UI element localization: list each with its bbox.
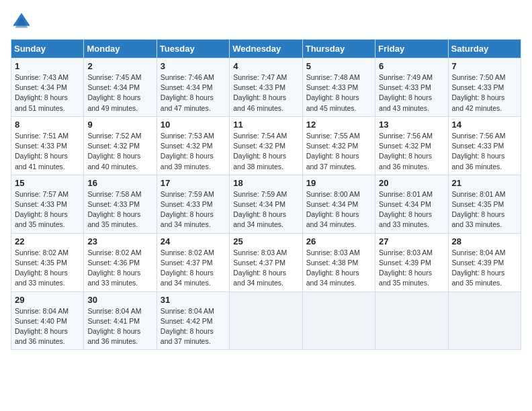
calendar-week-row: 29Sunrise: 8:04 AMSunset: 4:40 PMDayligh… <box>11 291 521 350</box>
calendar-cell: 8Sunrise: 7:51 AMSunset: 4:33 PMDaylight… <box>11 116 84 175</box>
day-info: Sunrise: 8:04 AMSunset: 4:42 PMDaylight:… <box>161 306 226 347</box>
calendar-cell: 10Sunrise: 7:53 AMSunset: 4:32 PMDayligh… <box>157 116 229 175</box>
day-number: 27 <box>379 236 444 246</box>
calendar-cell: 9Sunrise: 7:52 AMSunset: 4:32 PMDaylight… <box>84 116 157 175</box>
day-info: Sunrise: 7:49 AMSunset: 4:33 PMDaylight:… <box>379 73 444 113</box>
day-info: Sunrise: 8:02 AMSunset: 4:36 PMDaylight:… <box>87 248 152 289</box>
calendar-cell: 20Sunrise: 8:01 AMSunset: 4:34 PMDayligh… <box>375 175 448 233</box>
day-number: 20 <box>379 178 444 188</box>
calendar-cell: 4Sunrise: 7:47 AMSunset: 4:33 PMDaylight… <box>230 58 302 117</box>
calendar-cell <box>230 291 302 350</box>
logo-icon <box>11 11 32 32</box>
day-number: 23 <box>87 236 152 246</box>
day-number: 4 <box>233 61 298 71</box>
calendar-cell: 14Sunrise: 7:56 AMSunset: 4:33 PMDayligh… <box>448 116 521 175</box>
day-info: Sunrise: 8:03 AMSunset: 4:39 PMDaylight:… <box>379 248 444 289</box>
day-info: Sunrise: 7:43 AMSunset: 4:34 PMDaylight:… <box>15 73 80 113</box>
weekday-header-thursday: Thursday <box>302 40 375 58</box>
calendar-cell: 2Sunrise: 7:45 AMSunset: 4:34 PMDaylight… <box>84 58 157 117</box>
logo <box>11 11 35 32</box>
calendar-cell: 12Sunrise: 7:55 AMSunset: 4:32 PMDayligh… <box>302 116 375 175</box>
day-info: Sunrise: 8:03 AMSunset: 4:37 PMDaylight:… <box>233 248 298 289</box>
weekday-header-sunday: Sunday <box>11 40 84 58</box>
day-info: Sunrise: 8:01 AMSunset: 4:35 PMDaylight:… <box>452 189 517 230</box>
day-info: Sunrise: 8:00 AMSunset: 4:34 PMDaylight:… <box>306 189 371 230</box>
day-info: Sunrise: 7:52 AMSunset: 4:32 PMDaylight:… <box>87 131 152 172</box>
day-info: Sunrise: 7:59 AMSunset: 4:33 PMDaylight:… <box>161 189 226 230</box>
weekday-header-row: SundayMondayTuesdayWednesdayThursdayFrid… <box>11 40 521 58</box>
day-info: Sunrise: 7:47 AMSunset: 4:33 PMDaylight:… <box>233 73 298 113</box>
calendar-table: SundayMondayTuesdayWednesdayThursdayFrid… <box>11 39 521 350</box>
calendar-week-row: 22Sunrise: 8:02 AMSunset: 4:35 PMDayligh… <box>11 233 521 291</box>
weekday-header-wednesday: Wednesday <box>230 40 302 58</box>
day-number: 17 <box>161 178 226 188</box>
calendar-header: SundayMondayTuesdayWednesdayThursdayFrid… <box>11 40 521 58</box>
calendar-cell: 30Sunrise: 8:04 AMSunset: 4:41 PMDayligh… <box>84 291 157 350</box>
calendar-cell: 5Sunrise: 7:48 AMSunset: 4:33 PMDaylight… <box>302 58 375 117</box>
calendar-cell: 1Sunrise: 7:43 AMSunset: 4:34 PMDaylight… <box>11 58 84 117</box>
day-number: 26 <box>306 236 371 246</box>
day-info: Sunrise: 7:56 AMSunset: 4:32 PMDaylight:… <box>379 131 444 172</box>
calendar-week-row: 8Sunrise: 7:51 AMSunset: 4:33 PMDaylight… <box>11 116 521 175</box>
calendar-cell: 6Sunrise: 7:49 AMSunset: 4:33 PMDaylight… <box>375 58 448 117</box>
day-number: 12 <box>306 120 371 130</box>
day-number: 19 <box>306 178 371 188</box>
day-info: Sunrise: 8:02 AMSunset: 4:37 PMDaylight:… <box>161 248 226 289</box>
day-number: 9 <box>87 120 152 130</box>
day-info: Sunrise: 8:04 AMSunset: 4:40 PMDaylight:… <box>15 306 80 347</box>
calendar-cell: 19Sunrise: 8:00 AMSunset: 4:34 PMDayligh… <box>302 175 375 233</box>
calendar-cell: 23Sunrise: 8:02 AMSunset: 4:36 PMDayligh… <box>84 233 157 291</box>
day-info: Sunrise: 7:51 AMSunset: 4:33 PMDaylight:… <box>15 131 80 172</box>
calendar-cell <box>448 291 521 350</box>
calendar-cell: 26Sunrise: 8:03 AMSunset: 4:38 PMDayligh… <box>302 233 375 291</box>
weekday-header-friday: Friday <box>375 40 448 58</box>
day-number: 10 <box>161 120 226 130</box>
day-number: 1 <box>15 61 80 71</box>
day-number: 16 <box>87 178 152 188</box>
calendar-cell: 3Sunrise: 7:46 AMSunset: 4:34 PMDaylight… <box>157 58 229 117</box>
day-number: 22 <box>15 236 80 246</box>
weekday-header-tuesday: Tuesday <box>157 40 229 58</box>
calendar-cell: 21Sunrise: 8:01 AMSunset: 4:35 PMDayligh… <box>448 175 521 233</box>
calendar-week-row: 15Sunrise: 7:57 AMSunset: 4:33 PMDayligh… <box>11 175 521 233</box>
day-info: Sunrise: 7:57 AMSunset: 4:33 PMDaylight:… <box>15 189 80 230</box>
calendar-cell: 15Sunrise: 7:57 AMSunset: 4:33 PMDayligh… <box>11 175 84 233</box>
day-info: Sunrise: 7:55 AMSunset: 4:32 PMDaylight:… <box>306 131 371 172</box>
day-info: Sunrise: 8:03 AMSunset: 4:38 PMDaylight:… <box>306 248 371 289</box>
calendar-cell: 7Sunrise: 7:50 AMSunset: 4:33 PMDaylight… <box>448 58 521 117</box>
weekday-header-saturday: Saturday <box>448 40 521 58</box>
day-number: 5 <box>306 61 371 71</box>
day-info: Sunrise: 7:45 AMSunset: 4:34 PMDaylight:… <box>87 73 152 113</box>
calendar-cell <box>375 291 448 350</box>
day-info: Sunrise: 8:01 AMSunset: 4:34 PMDaylight:… <box>379 189 444 230</box>
day-number: 11 <box>233 120 298 130</box>
day-number: 6 <box>379 61 444 71</box>
day-info: Sunrise: 8:04 AMSunset: 4:41 PMDaylight:… <box>87 306 152 347</box>
day-info: Sunrise: 8:04 AMSunset: 4:39 PMDaylight:… <box>452 248 517 289</box>
day-number: 18 <box>233 178 298 188</box>
calendar-cell: 16Sunrise: 7:58 AMSunset: 4:33 PMDayligh… <box>84 175 157 233</box>
day-info: Sunrise: 7:56 AMSunset: 4:33 PMDaylight:… <box>452 131 517 172</box>
day-number: 21 <box>452 178 517 188</box>
calendar-week-row: 1Sunrise: 7:43 AMSunset: 4:34 PMDaylight… <box>11 58 521 117</box>
page-header <box>11 11 521 32</box>
day-info: Sunrise: 7:58 AMSunset: 4:33 PMDaylight:… <box>87 189 152 230</box>
day-number: 25 <box>233 236 298 246</box>
calendar-cell: 13Sunrise: 7:56 AMSunset: 4:32 PMDayligh… <box>375 116 448 175</box>
day-info: Sunrise: 7:48 AMSunset: 4:33 PMDaylight:… <box>306 73 371 113</box>
day-info: Sunrise: 7:50 AMSunset: 4:33 PMDaylight:… <box>452 73 517 113</box>
weekday-header-monday: Monday <box>84 40 157 58</box>
day-number: 28 <box>452 236 517 246</box>
day-number: 3 <box>161 61 226 71</box>
day-info: Sunrise: 7:53 AMSunset: 4:32 PMDaylight:… <box>161 131 226 172</box>
calendar-cell: 25Sunrise: 8:03 AMSunset: 4:37 PMDayligh… <box>230 233 302 291</box>
day-info: Sunrise: 7:54 AMSunset: 4:32 PMDaylight:… <box>233 131 298 172</box>
day-number: 29 <box>15 295 80 305</box>
calendar-cell: 24Sunrise: 8:02 AMSunset: 4:37 PMDayligh… <box>157 233 229 291</box>
day-number: 13 <box>379 120 444 130</box>
calendar-cell: 27Sunrise: 8:03 AMSunset: 4:39 PMDayligh… <box>375 233 448 291</box>
calendar-cell: 11Sunrise: 7:54 AMSunset: 4:32 PMDayligh… <box>230 116 302 175</box>
calendar-cell <box>302 291 375 350</box>
calendar-cell: 28Sunrise: 8:04 AMSunset: 4:39 PMDayligh… <box>448 233 521 291</box>
calendar-body: 1Sunrise: 7:43 AMSunset: 4:34 PMDaylight… <box>11 58 521 350</box>
